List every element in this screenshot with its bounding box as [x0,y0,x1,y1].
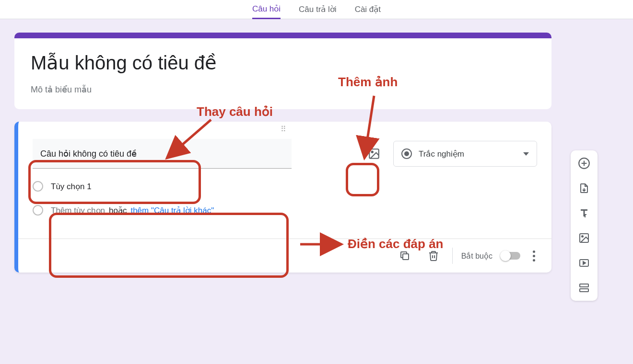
required-label: Bắt buộc [461,251,492,261]
annotation-label-image: Thêm ảnh [338,75,398,90]
add-title-button[interactable] [578,207,590,219]
tabs-bar: Câu hỏi Câu trả lời Cài đặt [0,0,633,19]
text-icon [578,207,590,219]
tab-settings[interactable]: Cài đặt [355,0,381,18]
question-type-select[interactable]: Trắc nghiệm [393,141,537,167]
question-type-label: Trắc nghiệm [419,149,516,159]
svg-rect-12 [580,289,588,292]
add-video-button[interactable] [578,257,590,269]
plus-circle-icon [578,157,590,170]
duplicate-icon [399,250,410,262]
question-footer: Bắt buộc [18,239,551,273]
drag-handle-icon[interactable]: ⠿ [18,125,551,134]
form-description[interactable]: Mô tả biểu mẫu [31,84,535,95]
divider [452,248,453,264]
option-1-text[interactable]: Tùy chọn 1 [51,182,92,192]
annotation-label-question: Thay câu hỏi [197,104,273,119]
radio-icon [401,148,412,159]
option-row-1: Tùy chọn 1 [33,181,537,192]
radio-empty-icon [33,205,43,216]
trash-icon [428,250,439,262]
chevron-down-icon [523,152,529,156]
add-image-tool-button[interactable] [578,232,590,244]
question-card: ⠿ Trắc nghiệm Tùy chọn 1 Thêm tùy c [14,122,551,273]
add-image-button[interactable] [363,142,386,165]
or-label: hoặc [109,205,127,216]
add-section-button[interactable] [578,282,590,294]
import-icon [578,182,590,194]
add-question-button[interactable] [578,157,590,170]
form-title[interactable]: Mẫu không có tiêu đề [31,52,535,74]
required-toggle[interactable] [501,252,520,260]
question-title-input[interactable] [33,139,292,169]
svg-rect-2 [403,254,409,260]
tab-questions[interactable]: Câu hỏi [252,0,281,19]
image-icon [368,148,380,160]
radio-empty-icon [33,181,43,192]
svg-rect-11 [580,284,588,287]
annotation-label-answers: Điền các đáp án [348,237,444,251]
svg-point-1 [372,151,373,153]
section-icon [578,282,590,294]
form-header-card: Mẫu không có tiêu đề Mô tả biểu mẫu [14,33,551,109]
add-option-button[interactable]: Thêm tùy chọn [51,205,105,216]
image-icon [578,232,590,244]
tab-responses[interactable]: Câu trả lời [299,0,337,18]
add-other-link[interactable]: thêm "Câu trả lời khác" [130,205,214,216]
side-toolbar [571,150,598,301]
add-option-row: Thêm tùy chọn hoặc thêm "Câu trả lời khá… [33,205,537,216]
svg-point-9 [582,236,583,237]
import-questions-button[interactable] [578,182,590,194]
video-icon [578,257,590,269]
more-options-button[interactable] [529,247,539,265]
